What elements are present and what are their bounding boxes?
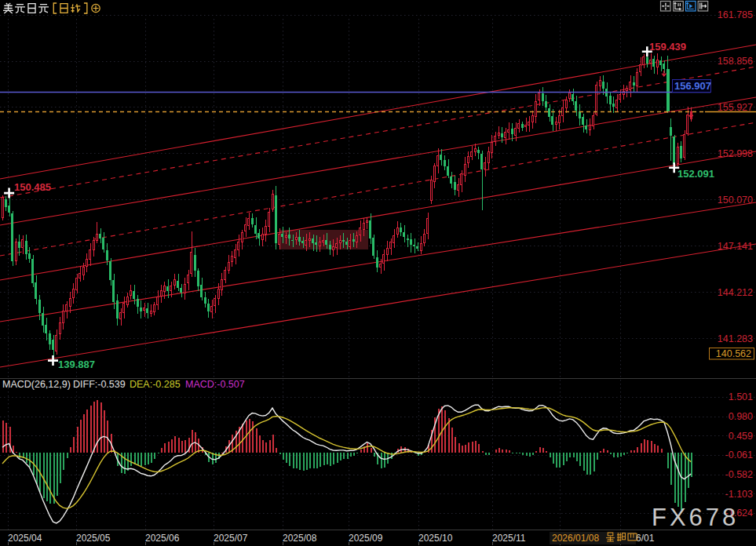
- svg-text:2025/09: 2025/09: [349, 533, 383, 544]
- svg-text:0.459: 0.459: [729, 431, 753, 442]
- svg-text:147.141: 147.141: [718, 241, 753, 252]
- svg-text:139.887: 139.887: [58, 359, 95, 370]
- svg-text:-0.061: -0.061: [725, 450, 753, 460]
- svg-text:DEA:-0.285: DEA:-0.285: [130, 379, 181, 390]
- svg-text:-1.103: -1.103: [725, 489, 753, 500]
- svg-text:MACD:-0.507: MACD:-0.507: [185, 379, 245, 390]
- svg-text:140.562: 140.562: [716, 348, 751, 359]
- svg-text:2025/04: 2025/04: [8, 533, 42, 544]
- svg-text:158.856: 158.856: [718, 56, 753, 67]
- svg-text:2026/01/08: 2026/01/08: [552, 533, 599, 544]
- svg-text:152.091: 152.091: [677, 168, 714, 180]
- svg-text:2025/05: 2025/05: [76, 533, 111, 544]
- svg-text:2025/07: 2025/07: [214, 533, 248, 544]
- svg-text:-0.582: -0.582: [725, 469, 753, 480]
- svg-text:2025/10: 2025/10: [418, 533, 453, 544]
- svg-text:150.070: 150.070: [718, 195, 753, 206]
- svg-text:161.785: 161.785: [718, 9, 753, 20]
- svg-text:MACD(26,12,9): MACD(26,12,9): [2, 379, 71, 390]
- svg-text:1.501: 1.501: [729, 391, 753, 402]
- svg-text:156.907: 156.907: [674, 80, 711, 92]
- svg-text:155.927: 155.927: [718, 102, 753, 113]
- svg-text:150.485: 150.485: [14, 181, 51, 193]
- svg-text:2025/08: 2025/08: [283, 533, 317, 544]
- svg-text:152.998: 152.998: [718, 148, 753, 159]
- svg-text:DIFF:-0.539: DIFF:-0.539: [73, 379, 126, 390]
- svg-text:159.439: 159.439: [649, 41, 686, 53]
- svg-text:2025/11: 2025/11: [492, 533, 526, 544]
- svg-text:144.212: 144.212: [718, 287, 753, 298]
- svg-text:2025/06: 2025/06: [145, 533, 180, 544]
- svg-text:0.980: 0.980: [729, 411, 753, 422]
- svg-text:FX678: FX678: [652, 504, 739, 531]
- svg-text:141.283: 141.283: [718, 333, 753, 344]
